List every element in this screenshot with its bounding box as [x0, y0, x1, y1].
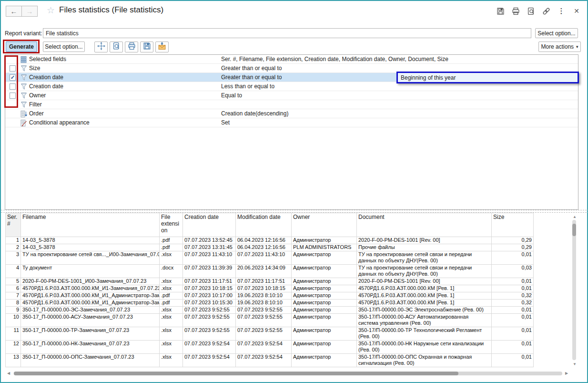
forward-button[interactable]: →: [21, 6, 38, 17]
setting-row[interactable]: Conditional appearanceSet: [5, 118, 578, 127]
cell-owner[interactable]: Администратор: [292, 285, 357, 292]
table-row[interactable]: 74570РД1.6.Р.03.АЗТ.000.000.КМ_И1_Админи…: [6, 292, 534, 300]
table-row[interactable]: 3ТУ на проектирование сетей свя..._И00-З…: [6, 251, 534, 265]
cell-filename[interactable]: 350-17_П-00000.00-АСУ-Замечания_07.07.23: [21, 314, 160, 327]
generate-button[interactable]: Generate: [6, 41, 37, 52]
table-row[interactable]: 12350-17_П-00000.00-НК-Замечания_07.07.2…: [6, 341, 534, 354]
cell-modified[interactable]: 07.07.2023 11:43:10: [236, 251, 292, 265]
cell-ser[interactable]: 13: [6, 354, 21, 367]
cell-size[interactable]: 0,01: [492, 251, 534, 265]
cell-owner[interactable]: Администратор: [292, 341, 357, 354]
print-preview-button[interactable]: [110, 41, 123, 52]
cell-owner[interactable]: Администратор: [292, 292, 357, 300]
cell-created[interactable]: 07.07.2023 10:15:30: [183, 300, 236, 307]
cell-ser[interactable]: 5: [6, 278, 21, 285]
setting-checkbox[interactable]: [10, 93, 16, 99]
cell-filename[interactable]: 14-03_5-3878: [21, 237, 160, 244]
cell-filename[interactable]: 4570РД1.6.Р.03.АЗТ.000.000.КМ_И1-Замечан…: [21, 285, 160, 292]
table-row[interactable]: 9350-17_П-00000.00-ЭС-Замечания_07.07.23…: [6, 307, 534, 314]
cell-modified[interactable]: 19.06.2023 8:10:10: [236, 300, 292, 307]
vertical-scrollbar-thumb[interactable]: [572, 224, 576, 236]
cell-ext[interactable]: .pdf: [160, 244, 183, 251]
cell-size[interactable]: 0,01: [492, 354, 534, 367]
print-icon[interactable]: [511, 7, 520, 15]
cell-filename[interactable]: 350-17_П-00000.00-ЭС-Замечания_07.07.23: [21, 307, 160, 314]
back-button[interactable]: ←: [6, 6, 22, 17]
scroll-left-icon[interactable]: ◀: [7, 372, 10, 375]
cell-ext[interactable]: .pdf: [160, 300, 183, 307]
cell-created[interactable]: 07.07.2023 13:52:45: [183, 237, 236, 244]
cell-document[interactable]: 2020-F-00-PM-DES-1001 [Rev. 00]: [357, 278, 492, 285]
cell-size[interactable]: 0,01: [492, 307, 534, 314]
cell-ser[interactable]: 12: [6, 341, 21, 354]
cell-size[interactable]: 0,29: [492, 244, 534, 251]
close-icon[interactable]: ✕: [572, 7, 581, 15]
cell-ext[interactable]: .xlsx: [160, 251, 183, 265]
cell-filename[interactable]: 350-17_П-00000.00-ТР-Замечания_07.07.23: [21, 327, 160, 341]
setting-checkbox[interactable]: ✓: [10, 74, 16, 81]
cell-ext[interactable]: .xlsx: [160, 314, 183, 327]
cell-ext[interactable]: .pdf: [160, 292, 183, 300]
cell-ext[interactable]: .docx: [160, 265, 183, 278]
cell-size[interactable]: 0,32: [492, 292, 534, 300]
cell-owner[interactable]: Администратор: [292, 237, 357, 244]
cell-owner[interactable]: Администратор: [292, 327, 357, 341]
cell-document[interactable]: 350-17/П-00000.00-НК Наружные сети канал…: [357, 341, 492, 354]
cell-document[interactable]: ТУ на проектирование сетей связи и перед…: [357, 251, 492, 265]
cell-ext[interactable]: .xlsx: [160, 327, 183, 341]
scroll-down-icon[interactable]: ▼: [573, 362, 577, 366]
cell-ser[interactable]: 10: [6, 314, 21, 327]
cell-ser[interactable]: 11: [6, 327, 21, 341]
cell-ser[interactable]: 4: [6, 265, 21, 278]
cell-modified[interactable]: 19.06.2023 8:10:10: [236, 292, 292, 300]
cell-ser[interactable]: 7: [6, 292, 21, 300]
send-mail-button[interactable]: [155, 41, 169, 52]
more-actions-button[interactable]: More actions ▾: [538, 41, 581, 52]
cell-ser[interactable]: 2: [6, 244, 21, 251]
cell-size[interactable]: 0,03: [492, 265, 534, 278]
cell-created[interactable]: 07.07.2023 10:17:00: [183, 292, 236, 300]
cell-filename[interactable]: 350-17_П-00000.00-ОПС-Замечания_07.07.23: [21, 354, 160, 367]
cell-document[interactable]: 350-17/П-00000.00-АСУ Автоматизированная…: [357, 314, 492, 327]
link-icon[interactable]: [542, 7, 550, 15]
cell-size[interactable]: 0,29: [492, 237, 534, 244]
cell-size[interactable]: 0,01: [492, 278, 534, 285]
cell-size[interactable]: 0,01: [492, 314, 534, 327]
print-button[interactable]: [125, 41, 138, 52]
cell-created[interactable]: 07.07.2023 9:52:55: [183, 327, 236, 341]
horizontal-scrollbar[interactable]: [14, 372, 562, 375]
report-variant-input[interactable]: [43, 28, 531, 38]
more-icon[interactable]: ⋮: [557, 7, 566, 15]
setting-row[interactable]: Selected fieldsSer. #, Filename, File ex…: [5, 55, 578, 64]
favorite-star-icon[interactable]: ☆: [47, 5, 55, 16]
table-row[interactable]: 214-03_5-3878.pdf07.07.2023 13:31:4506.0…: [6, 244, 534, 251]
cell-owner[interactable]: Администратор: [292, 278, 357, 285]
cell-created[interactable]: 07.07.2023 11:39:39: [183, 265, 236, 278]
cell-created[interactable]: 07.07.2023 13:31:45: [183, 244, 236, 251]
cell-owner[interactable]: Администратор: [292, 300, 357, 307]
cell-document[interactable]: Прочие файлы: [357, 244, 492, 251]
cell-modified[interactable]: 06.04.2023 12:16:56: [236, 244, 292, 251]
cell-filename[interactable]: Ту документ: [21, 265, 160, 278]
cell-modified[interactable]: 07.07.2023 9:52:55: [236, 314, 292, 327]
cell-modified[interactable]: 07.07.2023 11:17:51: [236, 278, 292, 285]
cell-owner[interactable]: PLM ADMINISTRATORS: [292, 244, 357, 251]
cell-ser[interactable]: 9: [6, 307, 21, 314]
cell-created[interactable]: 07.07.2023 9:52:55: [183, 314, 236, 327]
cell-size[interactable]: 0,32: [492, 300, 534, 307]
table-row[interactable]: 114-03_5-3878.pdf07.07.2023 13:52:4506.0…: [6, 237, 534, 244]
cell-created[interactable]: 07.07.2023 9:52:54: [183, 354, 236, 367]
setting-row[interactable]: Filter: [5, 100, 578, 109]
cell-modified[interactable]: 06.04.2023 12:16:56: [236, 237, 292, 244]
cell-modified[interactable]: 07.07.2023 9:52:55: [236, 307, 292, 314]
cell-owner[interactable]: Администратор: [292, 354, 357, 367]
cell-filename[interactable]: 4570РД1.6.Р.03.АЗТ.000.000.КМ_И1_Админис…: [21, 300, 160, 307]
cell-filename[interactable]: ТУ на проектирование сетей свя..._И00-За…: [21, 251, 160, 265]
cell-created[interactable]: 07.07.2023 11:43:10: [183, 251, 236, 265]
cell-document[interactable]: 4570РД1.6.Р.03.АЗТ.000.000.КМ [Рев. 1]: [357, 292, 492, 300]
cell-ser[interactable]: 3: [6, 251, 21, 265]
cell-ser[interactable]: 8: [6, 300, 21, 307]
cell-modified[interactable]: 20.06.2023 14:34:09: [236, 265, 292, 278]
cell-ext[interactable]: .pdf: [160, 237, 183, 244]
setting-row[interactable]: OrderCreation date(descending): [5, 109, 578, 118]
